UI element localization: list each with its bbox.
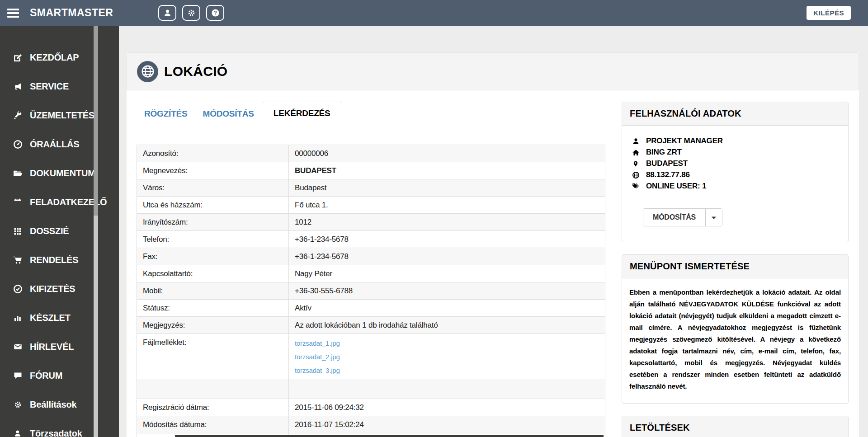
megaphone-icon xyxy=(11,82,24,91)
table-row: Mobil: +36-30-555-6788 xyxy=(137,282,605,300)
sidebar-item-kifizetes[interactable]: KIFIZETÉS xyxy=(0,274,119,303)
grid-icon xyxy=(11,226,24,235)
user-company: BING ZRT xyxy=(631,148,840,157)
gear-icon xyxy=(11,400,24,409)
field-label: Fax: xyxy=(137,248,289,265)
pencil-square-icon xyxy=(11,53,24,62)
check-circle-icon xyxy=(11,284,24,294)
user-ip: 88.132.77.86 xyxy=(631,170,840,179)
field-value xyxy=(289,380,605,399)
page-title: LOKÁCIÓ xyxy=(164,64,227,79)
tab-modositas[interactable]: MÓDOSÍTÁS xyxy=(195,103,262,125)
panel-title: MENÜPONT ISMERTETÉSE xyxy=(622,255,848,278)
profile-button[interactable] xyxy=(158,5,176,21)
comment-icon xyxy=(11,371,24,380)
sidebar-scrollbar[interactable] xyxy=(94,26,98,437)
help-icon: ? xyxy=(211,9,220,17)
cart-icon xyxy=(11,255,24,265)
tab-rogzites[interactable]: RÖGZÍTÉS xyxy=(137,103,195,125)
modify-dropdown-toggle[interactable] xyxy=(706,209,722,226)
field-label: Telefon: xyxy=(137,231,289,248)
table-row: Módosítás dátuma: 2016-11-07 15:02:24 xyxy=(137,416,605,433)
field-label: Megjegyzés: xyxy=(137,317,289,334)
sidebar-item-hirlevel[interactable]: HÍRLEVÉL xyxy=(0,332,119,361)
logout-button[interactable]: KILÉPÉS xyxy=(807,6,851,20)
modify-button[interactable]: MÓDOSÍTÁS xyxy=(643,209,706,226)
sidebar-nav: KEZDŐLAP SERVICE ÜZEMELTETÉS ÓRAÁLLÁS DO… xyxy=(0,26,119,437)
menu-description: Ebben a menüpontban lekérdezhetjük a lok… xyxy=(622,278,848,403)
field-label: Regisztráció dátma: xyxy=(137,399,289,416)
tags-icon xyxy=(631,183,640,190)
sidebar: KEZDŐLAP SERVICE ÜZEMELTETÉS ÓRAÁLLÁS DO… xyxy=(0,26,119,437)
table-row: Kapcsolattartó: Nagy Péter xyxy=(137,265,605,282)
top-bar: SMARTMASTER ? KILÉPÉS xyxy=(0,0,868,26)
user-role: PROJEKT MANAGER xyxy=(631,136,840,146)
field-value: 2016-11-07 15:02:24 xyxy=(289,416,605,433)
record-table: Azonosító: 00000006 Megnevezés: BUDAPEST… xyxy=(137,145,605,437)
attachment-link[interactable]: torzsadat_2.jpg xyxy=(295,352,599,362)
attachment-link[interactable]: torzsadat_1.jpg xyxy=(295,338,599,348)
map-marker-icon xyxy=(631,160,640,168)
field-value: +36-1-234-5678 xyxy=(289,248,605,265)
panel-title: LETÖLTÉSEK xyxy=(622,416,848,437)
globe-icon xyxy=(631,171,640,179)
attachment-link[interactable]: torzsadat_3.jpg xyxy=(295,366,599,375)
user-icon xyxy=(11,429,24,437)
field-value: 1012 xyxy=(289,214,605,231)
field-value: 2015-11-06 09:24:32 xyxy=(289,399,605,416)
sidebar-item-dosszie[interactable]: DOSSZIÉ xyxy=(0,216,119,245)
sidebar-item-keszlet[interactable]: KÉSZLET xyxy=(0,303,119,332)
field-value: Fő utca 1. xyxy=(289,197,605,214)
menu-icon[interactable] xyxy=(7,6,23,20)
field-value: 00000006 xyxy=(289,145,605,162)
field-label: Fájlmelléklet: xyxy=(137,334,289,380)
table-row: Megnevezés: BUDAPEST xyxy=(137,162,605,179)
user-city: BUDAPEST xyxy=(631,159,840,168)
table-row: Város: Budapest xyxy=(137,179,605,197)
field-label: Megnevezés: xyxy=(137,162,289,179)
table-row: Megjegyzés: Az adott lokációban 1 db iro… xyxy=(137,317,605,334)
page-header: LOKÁCIÓ xyxy=(127,52,859,90)
sidebar-item-torzsadatok[interactable]: Törzsadatok xyxy=(0,419,119,437)
caret-down-icon xyxy=(711,214,717,221)
sidebar-item-forum[interactable]: FÓRUM xyxy=(0,361,119,390)
table-row-attachments: Fájlmelléklet: torzsadat_1.jpg torzsadat… xyxy=(137,334,605,380)
home-icon xyxy=(631,149,640,156)
table-row: Státusz: Aktív xyxy=(137,300,605,317)
field-value: Nagy Péter xyxy=(289,265,605,282)
main-content: LOKÁCIÓ RÖGZÍTÉS MÓDOSÍTÁS LEKÉRDEZÉS Az… xyxy=(119,26,868,437)
table-row: Irányítószám: 1012 xyxy=(137,214,605,231)
field-value: Az adott lokációban 1 db irodaház találh… xyxy=(289,317,605,334)
info-sidebar: FELHASZNÁLÓI ADATOK PROJEKT MANAGER BING… xyxy=(622,102,849,437)
sidebar-item-uzemeltetes[interactable]: ÜZEMELTETÉS xyxy=(0,101,119,130)
user-data-panel: FELHASZNÁLÓI ADATOK PROJEKT MANAGER BING… xyxy=(622,102,849,242)
app-title: SMARTMASTER xyxy=(30,7,113,19)
field-value: +36-1-234-5678 xyxy=(289,231,605,248)
sidebar-item-oraallas[interactable]: ÓRAÁLLÁS xyxy=(0,130,119,159)
field-value: Budapest xyxy=(289,179,605,197)
sidebar-item-kezdolap[interactable]: KEZDŐLAP xyxy=(0,43,119,72)
field-label: Város: xyxy=(137,179,289,197)
online-users: ONLINE USER: 1 xyxy=(631,182,840,191)
table-row: Regisztráció dátma: 2015-11-06 09:24:32 xyxy=(137,399,605,416)
help-button[interactable]: ? xyxy=(206,5,224,21)
table-row: Fax: +36-1-234-5678 xyxy=(137,248,605,265)
field-value: BUDAPEST xyxy=(289,162,605,179)
globe-icon xyxy=(137,61,158,82)
sidebar-item-beallitasok[interactable]: Beállítások xyxy=(0,390,119,419)
field-label: Azonosító: xyxy=(137,145,289,162)
folder-open-icon xyxy=(11,169,24,178)
user-icon xyxy=(631,137,640,145)
sidebar-item-service[interactable]: SERVICE xyxy=(0,72,119,101)
field-label: Módosítás dátuma: xyxy=(137,416,289,433)
settings-button[interactable] xyxy=(182,5,200,21)
table-row: Telefon: +36-1-234-5678 xyxy=(137,231,605,248)
tab-lekerdezes[interactable]: LEKÉRDEZÉS xyxy=(262,102,342,125)
sidebar-item-dokumentum[interactable]: DOKUMENTUM xyxy=(0,159,119,188)
field-label: Irányítószám: xyxy=(137,214,289,231)
modify-split-button: MÓDOSÍTÁS xyxy=(643,208,722,226)
sidebar-item-rendeles[interactable]: RENDELÉS xyxy=(0,245,119,274)
content-container: LOKÁCIÓ RÖGZÍTÉS MÓDOSÍTÁS LEKÉRDEZÉS Az… xyxy=(127,52,859,437)
sidebar-item-feladatkezelo[interactable]: FELADATKEZELŐ xyxy=(0,188,119,216)
next-section-edge xyxy=(175,435,604,437)
